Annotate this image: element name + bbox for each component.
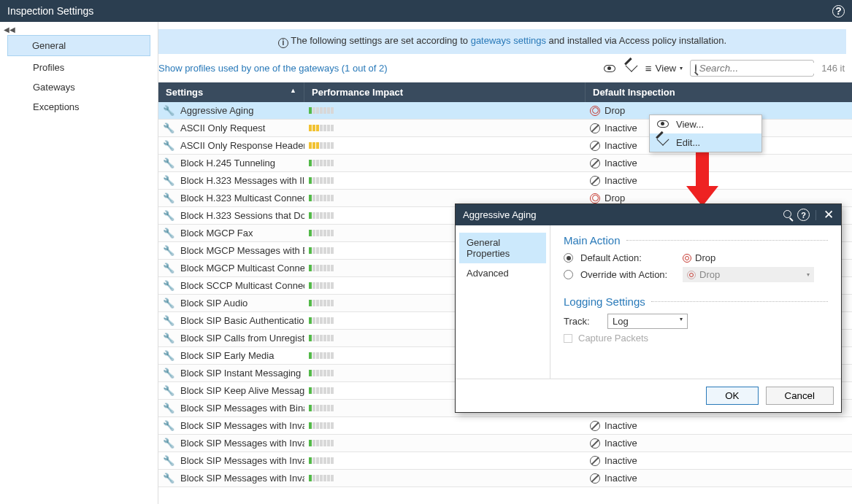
window-title: Inspection Settings [7, 5, 93, 17]
banner-prefix: The following settings are set according… [291, 35, 470, 46]
dialog-help-icon[interactable]: ? [797, 209, 810, 221]
override-select[interactable]: Drop ▾ [683, 267, 814, 282]
inactive-icon [590, 438, 600, 449]
table-row[interactable]: 🔧Block SIP Messages with Inval...Inactiv… [158, 435, 852, 452]
wrench-icon: 🔧 [163, 350, 174, 361]
col-settings[interactable]: Settings▲ [158, 82, 304, 102]
dialog-footer: OK Cancel [456, 379, 841, 412]
table-row[interactable]: 🔧Block H.323 Messages with Ill...Inactiv… [158, 172, 852, 190]
capture-packets-label: Capture Packets [578, 333, 648, 344]
setting-name: Block SIP Messages with Inval... [180, 455, 304, 466]
wrench-icon: 🔧 [163, 263, 174, 274]
table-row[interactable]: 🔧Block SIP Messages with Inval...Inactiv… [158, 417, 852, 435]
capture-packets-checkbox[interactable] [564, 334, 572, 343]
wrench-icon: 🔧 [163, 333, 174, 344]
drop-icon [590, 193, 600, 203]
item-count: 146 it [821, 63, 845, 74]
ctx-view[interactable]: View... [650, 115, 761, 133]
inactive-icon [590, 158, 600, 168]
setting-name: Block H.323 Multicast Connec... [180, 193, 304, 203]
setting-name: Block SIP Messages with Inval... [180, 473, 304, 484]
ok-button[interactable]: OK [706, 387, 758, 405]
ctx-edit[interactable]: Edit... [650, 133, 761, 152]
col-performance[interactable]: Performance Impact [304, 82, 586, 102]
sidebar-item-exceptions[interactable]: Exceptions [0, 97, 158, 117]
setting-name: Block SIP Keep Alive Messages [180, 385, 304, 396]
dialog-pane: Main Action Default Action: Drop Overrid… [550, 225, 841, 379]
info-banner: i The following settings are set accordi… [158, 29, 846, 54]
view-menu-button[interactable]: ≡ View ▾ [645, 62, 683, 74]
table-row[interactable]: 🔧Block SIP Messages with Inval...Inactiv… [158, 470, 852, 487]
wrench-icon: 🔧 [163, 123, 174, 133]
default-action-label: Default Action: [580, 252, 675, 263]
wrench-icon: 🔧 [163, 210, 174, 221]
wrench-icon: 🔧 [163, 158, 174, 168]
wrench-icon: 🔧 [163, 140, 174, 151]
cancel-button[interactable]: Cancel [766, 387, 834, 405]
table-row[interactable]: 🔧Block H.245 TunnelingInactive [158, 155, 852, 172]
setting-name: Aggressive Aging [180, 105, 253, 116]
wrench-icon: 🔧 [163, 368, 174, 379]
chevron-down-icon: ▾ [680, 316, 683, 327]
perf-bar [304, 457, 586, 464]
wrench-icon: 🔧 [163, 280, 174, 291]
inactive-icon [590, 421, 600, 431]
perf-bar [304, 125, 586, 131]
perf-bar [304, 160, 586, 166]
search-input[interactable] [699, 63, 824, 74]
dialog-search-icon[interactable] [783, 209, 791, 220]
setting-name: Block H.323 Messages with Ill... [180, 175, 304, 186]
setting-name: ASCII Only Response Headers [180, 140, 304, 151]
sidebar-item-gateways[interactable]: Gateways [0, 77, 158, 97]
setting-name: Block SIP Messages with Inval... [180, 420, 304, 431]
inspection-status: Inactive [586, 455, 852, 466]
title-bar: Inspection Settings ? [0, 0, 852, 22]
wrench-icon: 🔧 [163, 298, 174, 309]
wrench-icon: 🔧 [163, 403, 174, 414]
setting-name: Block H.245 Tunneling [180, 158, 275, 168]
wrench-icon: 🔧 [163, 385, 174, 396]
help-icon[interactable]: ? [832, 5, 845, 18]
setting-name: Block MGCP Multicast Connec... [180, 263, 304, 274]
collapse-icon[interactable]: ◀◀ [0, 26, 158, 34]
wrench-icon: 🔧 [163, 455, 174, 466]
show-profiles-link[interactable]: Show profiles used by one of the gateway… [158, 63, 594, 74]
setting-name: Block MGCP Fax [180, 228, 253, 239]
inactive-icon [590, 176, 600, 186]
setting-name: Block SIP Messages with Inval... [180, 438, 304, 449]
track-select[interactable]: Log▾ [607, 314, 688, 329]
view-eye-icon[interactable] [602, 62, 618, 74]
setting-name: Block SCCP Multicast Connect... [180, 280, 304, 291]
dialog-nav: General PropertiesAdvanced [456, 225, 550, 379]
wrench-icon: 🔧 [163, 228, 174, 239]
inactive-icon [590, 141, 600, 151]
perf-bar [304, 107, 586, 114]
sidebar-item-profiles[interactable]: Profiles [0, 58, 158, 77]
wrench-icon: 🔧 [163, 420, 174, 431]
inactive-icon [590, 456, 600, 466]
dialog-close-icon[interactable]: ✕ [815, 210, 834, 220]
table-header: Settings▲ Performance Impact Default Ins… [158, 82, 852, 102]
context-menu: View... Edit... [649, 115, 762, 152]
setting-name: Block SIP Early Media [180, 350, 274, 361]
radio-override[interactable] [564, 270, 573, 279]
col-inspection[interactable]: Default Inspection [586, 82, 852, 102]
search-icon [695, 64, 696, 72]
search-box[interactable] [690, 60, 814, 77]
sidebar-item-general[interactable]: General [7, 35, 150, 56]
gateways-settings-link[interactable]: gateways settings [471, 35, 546, 46]
dialog-nav-advanced[interactable]: Advanced [459, 263, 546, 283]
sort-asc-icon: ▲ [290, 87, 296, 94]
logging-heading: Logging Settings [564, 295, 828, 308]
inactive-icon [590, 473, 600, 484]
inactive-icon [590, 123, 600, 133]
setting-name: Block MGCP Messages with Bi... [180, 245, 304, 256]
table-row[interactable]: 🔧Block SIP Messages with Inval...Inactiv… [158, 452, 852, 470]
inspection-status: Inactive [586, 473, 852, 484]
track-label: Track: [564, 316, 600, 327]
wrench-icon: 🔧 [163, 438, 174, 449]
radio-default[interactable] [564, 253, 573, 263]
edit-pencil-icon[interactable] [625, 62, 638, 74]
inspection-status: Drop [586, 193, 852, 203]
dialog-nav-general-properties[interactable]: General Properties [459, 233, 546, 263]
